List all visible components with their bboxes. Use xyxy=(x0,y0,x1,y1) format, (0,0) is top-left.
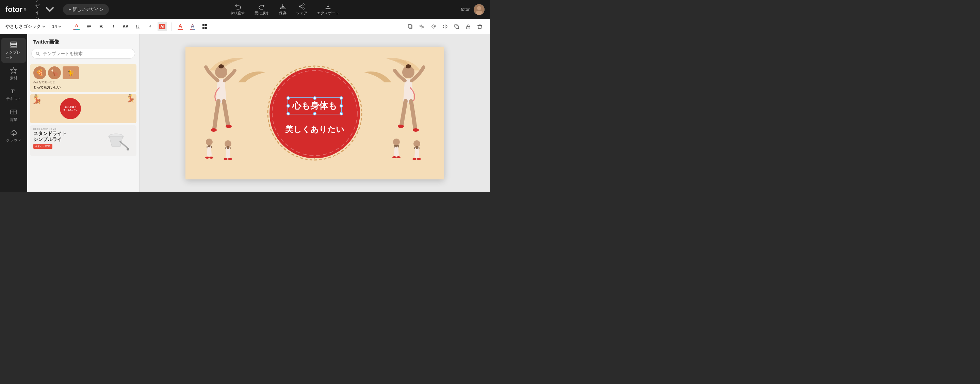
delete-button[interactable] xyxy=(475,22,485,31)
font-size-aa-button[interactable]: AA xyxy=(121,22,130,31)
sidebar-item-text[interactable]: T テキスト xyxy=(2,85,26,104)
lock-icon xyxy=(466,24,471,29)
share-icon xyxy=(298,3,305,10)
avatar-image xyxy=(474,4,485,15)
svg-point-52 xyxy=(224,158,228,160)
redo-button[interactable]: 元に戻す xyxy=(255,3,269,16)
sidebar: テンプレート 素材 T テキスト 背景 xyxy=(0,34,27,192)
handle-mr[interactable] xyxy=(340,104,343,108)
svg-point-48 xyxy=(205,156,209,159)
font-size-selector[interactable]: 14 xyxy=(52,24,69,29)
align-distribute-button[interactable] xyxy=(417,22,427,31)
italic-button[interactable]: I xyxy=(108,22,118,31)
text-color-button[interactable]: A xyxy=(72,22,81,31)
center-decoration: 心も身体も 美しくありたい xyxy=(266,64,364,163)
font-selector[interactable]: やさしさゴシック xyxy=(5,24,49,30)
save-button[interactable]: 保存 xyxy=(279,3,286,16)
export-icon xyxy=(325,3,331,10)
food-card-line1: みんなで食べると xyxy=(33,80,133,84)
text-style-button[interactable]: AI xyxy=(158,22,167,31)
svg-point-49 xyxy=(209,156,213,159)
svg-rect-15 xyxy=(408,24,411,28)
background-icon xyxy=(10,108,18,116)
svg-point-64 xyxy=(412,158,417,160)
export-button[interactable]: エクスポート xyxy=(317,3,339,16)
lock-button[interactable] xyxy=(463,22,473,31)
top-navigation: fotor® デザイン + 新しいデザイン やり直す 元に戻す 保存 シェア エ xyxy=(0,0,490,19)
canvas-area: 心も身体も 美しくありたい xyxy=(140,34,490,192)
layers-icon xyxy=(10,41,18,48)
svg-rect-26 xyxy=(11,42,17,43)
logo: fotor® xyxy=(5,5,26,14)
sidebar-item-cloud[interactable]: クラウド xyxy=(2,126,26,146)
flip-button[interactable] xyxy=(440,22,450,31)
toolbar-right xyxy=(406,22,485,31)
fill-color-button[interactable]: A xyxy=(176,22,185,31)
svg-point-61 xyxy=(396,156,401,158)
template-card-lamp[interactable]: DESK LAMP HOME スタンドライト シンプルライ 今すぐ→ ¥229 xyxy=(30,125,137,156)
strikethrough-button[interactable]: I xyxy=(145,22,155,31)
chevron-down-icon xyxy=(45,6,54,12)
nav-center: やり直す 元に戻す 保存 シェア エクスポート xyxy=(230,3,339,16)
handle-br[interactable] xyxy=(340,112,343,115)
svg-point-65 xyxy=(417,158,421,160)
search-input[interactable] xyxy=(43,51,130,56)
undo-icon xyxy=(234,3,241,10)
svg-line-38 xyxy=(38,54,40,55)
svg-rect-13 xyxy=(205,27,207,29)
handle-tr[interactable] xyxy=(340,96,343,100)
rotate-button[interactable] xyxy=(429,22,438,31)
handle-bm[interactable] xyxy=(313,112,317,115)
pattern-button[interactable] xyxy=(200,22,210,31)
font-chevron-icon xyxy=(42,25,46,27)
text-align-button[interactable] xyxy=(84,22,94,31)
share-button[interactable]: シェア xyxy=(296,3,307,16)
svg-rect-10 xyxy=(202,24,205,26)
pattern-icon xyxy=(202,24,208,29)
sidebar-item-background[interactable]: 背景 xyxy=(2,105,26,125)
leaf-right-mid xyxy=(359,67,393,84)
lamp-illustration xyxy=(106,128,133,155)
logo-text: fotor xyxy=(5,5,22,14)
svg-rect-12 xyxy=(202,27,205,29)
svg-rect-17 xyxy=(420,25,421,27)
svg-rect-11 xyxy=(205,24,207,26)
svg-point-50 xyxy=(224,140,231,147)
gradient-button[interactable]: A xyxy=(188,22,197,31)
handle-ml[interactable] xyxy=(286,104,290,108)
templates-list: 🍕 🍗 🐈 みんなで食べると とってもおいしい 心も身体も 美しくあり xyxy=(27,63,139,192)
main-layout: テンプレート 素材 T テキスト 背景 xyxy=(0,34,490,192)
svg-point-46 xyxy=(206,139,213,145)
search-box[interactable] xyxy=(31,49,135,59)
red-circle: 心も身体も 美しくありたい xyxy=(269,68,360,158)
template-card-food[interactable]: 🍕 🍗 🐈 みんなで食べると とってもおいしい xyxy=(30,64,137,92)
lamp-card-brand: DESK LAMP HOME xyxy=(33,128,104,130)
canvas-text-sub: 美しくありたい xyxy=(285,124,344,135)
text-icon: T xyxy=(10,88,18,95)
design-menu[interactable]: デザイン xyxy=(32,0,57,24)
main-canvas[interactable]: 心も身体も 美しくありたい xyxy=(185,47,444,179)
underline-button[interactable]: U xyxy=(133,22,143,31)
avatar[interactable] xyxy=(474,4,485,15)
svg-point-5 xyxy=(477,6,481,10)
layer-button[interactable] xyxy=(452,22,461,31)
svg-point-3 xyxy=(299,6,301,7)
template-card-dance[interactable]: 心も身体も 美しくありたい 💃 💃 xyxy=(30,94,137,123)
svg-point-45 xyxy=(226,124,232,128)
sidebar-item-templates[interactable]: テンプレート xyxy=(2,38,26,63)
text-selection-box[interactable]: 心も身体も xyxy=(288,97,342,115)
handle-tl[interactable] xyxy=(286,96,290,100)
distribute-icon xyxy=(419,24,425,29)
bold-button[interactable]: B xyxy=(96,22,106,31)
canvas-wrapper: 心も身体も 美しくありたい xyxy=(185,47,444,179)
svg-point-62 xyxy=(414,140,420,147)
svg-point-44 xyxy=(211,128,217,132)
handle-tm[interactable] xyxy=(313,96,317,100)
sidebar-item-assets[interactable]: 素材 xyxy=(2,64,26,83)
new-design-button[interactable]: + 新しいデザイン xyxy=(63,4,108,15)
toolbar-separator-1 xyxy=(171,22,172,31)
copy-button[interactable] xyxy=(406,22,415,31)
undo-button[interactable]: やり直す xyxy=(230,3,245,16)
svg-rect-27 xyxy=(11,45,17,46)
handle-bl[interactable] xyxy=(286,112,290,115)
